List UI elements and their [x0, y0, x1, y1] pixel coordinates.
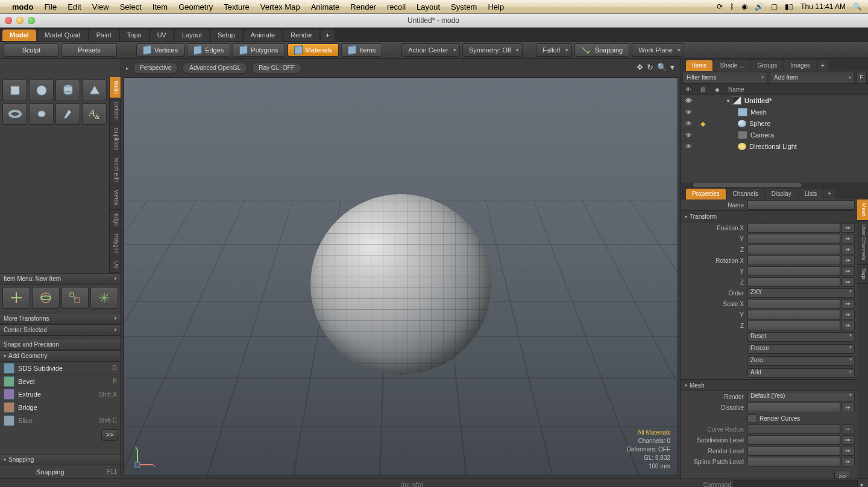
- snapping-button[interactable]: Snapping: [574, 43, 630, 57]
- scale-y-field[interactable]: [747, 310, 840, 319]
- edges-button[interactable]: Edges: [187, 43, 230, 57]
- render-level-field[interactable]: [747, 446, 840, 456]
- name-field[interactable]: [747, 200, 855, 210]
- vp-tab-raygl[interactable]: Ray GL: OFF: [252, 63, 301, 74]
- vtab-vertex[interactable]: Vertex: [110, 186, 121, 210]
- order-dropdown[interactable]: ZXY: [747, 288, 855, 298]
- eye-icon[interactable]: 👁: [681, 97, 696, 104]
- menu-layout[interactable]: Layout: [417, 2, 440, 11]
- vtab-mesh[interactable]: Mesh: [857, 200, 868, 221]
- bluetooth-icon[interactable]: ᛒ: [730, 2, 734, 11]
- tab-render[interactable]: Render: [283, 30, 319, 41]
- tool-slice[interactable]: SliceShift-C: [0, 414, 121, 427]
- vtab-duplicate[interactable]: Duplicate: [110, 124, 121, 155]
- vertices-button[interactable]: Vertices: [136, 43, 184, 57]
- eye-icon[interactable]: 👁: [681, 131, 696, 139]
- scale-x-field[interactable]: [747, 299, 840, 309]
- find-button[interactable]: F: [856, 72, 867, 84]
- item-light[interactable]: 👁 Directional Light: [681, 141, 868, 152]
- mesh-header[interactable]: ▾Mesh: [681, 379, 857, 391]
- more-transforms-dropdown[interactable]: More Transforms: [0, 313, 121, 324]
- ptab-display[interactable]: Display: [766, 189, 797, 200]
- action-center-dropdown[interactable]: Action Center: [401, 43, 460, 57]
- tool-bridge[interactable]: Bridge: [0, 401, 121, 415]
- spline-patch-spinner[interactable]: [841, 457, 855, 467]
- position-z-field[interactable]: [747, 245, 840, 254]
- render-curves-checkbox[interactable]: [747, 414, 757, 423]
- more-tools-button[interactable]: >>: [101, 429, 118, 441]
- zoom-window-button[interactable]: [28, 17, 35, 24]
- vtab-uv[interactable]: UV: [110, 257, 121, 273]
- vp-tab-opengl[interactable]: Advanced OpenGL: [183, 63, 247, 74]
- add-geometry-header[interactable]: ▾Add Geometry: [0, 350, 121, 362]
- transform-header[interactable]: ▾Transform: [681, 210, 857, 222]
- rotation-y-spinner[interactable]: [841, 266, 855, 276]
- snapping-section-header[interactable]: ▾Snapping: [0, 454, 121, 465]
- rotation-z-spinner[interactable]: [841, 277, 855, 287]
- menu-recoil[interactable]: recoil: [387, 2, 406, 11]
- col-name-header[interactable]: Name: [725, 86, 868, 93]
- vtab-tags[interactable]: Tags: [857, 265, 868, 284]
- active-icon[interactable]: ◆: [696, 120, 710, 128]
- add-transform-dropdown[interactable]: Add: [747, 368, 855, 378]
- add-item-dropdown[interactable]: Add Item: [770, 72, 855, 84]
- position-x-spinner[interactable]: [841, 223, 855, 233]
- eye-icon[interactable]: 👁: [681, 108, 696, 116]
- curve-radius-field[interactable]: [747, 424, 840, 434]
- polygons-button[interactable]: Polygons: [233, 43, 285, 57]
- zero-dropdown[interactable]: Zero: [747, 356, 855, 366]
- vtab-polygon[interactable]: Polygon: [110, 230, 121, 258]
- position-x-field[interactable]: [747, 223, 840, 233]
- col-pin-icon[interactable]: ⊞: [696, 86, 710, 93]
- ptab-add[interactable]: +: [817, 60, 828, 71]
- wifi-icon[interactable]: ◉: [741, 2, 747, 11]
- menu-vertexmap[interactable]: Vertex Map: [260, 2, 300, 11]
- subdiv-spinner[interactable]: [841, 435, 855, 445]
- transform-rotate-button[interactable]: [32, 287, 60, 309]
- spotlight-icon[interactable]: 🔍: [853, 2, 862, 11]
- rotation-y-field[interactable]: [747, 266, 840, 276]
- eye-icon[interactable]: 👁: [681, 143, 696, 150]
- reset-dropdown[interactable]: Reset: [747, 332, 855, 342]
- menu-texture[interactable]: Texture: [224, 2, 250, 11]
- vtab-edge[interactable]: Edge: [110, 210, 121, 230]
- ptab-properties[interactable]: Properties: [686, 189, 726, 200]
- eye-icon[interactable]: 👁: [681, 120, 696, 127]
- rotation-x-field[interactable]: [747, 256, 840, 265]
- curve-radius-spinner[interactable]: [841, 424, 855, 434]
- items-button[interactable]: Items: [341, 43, 382, 57]
- menu-render[interactable]: Render: [350, 2, 376, 11]
- item-sphere[interactable]: 👁◆ Sphere: [681, 118, 868, 130]
- menu-geometry[interactable]: Geometry: [178, 2, 213, 11]
- sculpt-button[interactable]: Sculpt: [4, 43, 59, 57]
- ptab-groups[interactable]: Groups: [751, 60, 783, 71]
- menu-item[interactable]: Item: [153, 2, 168, 11]
- vp-orbit-icon[interactable]: ✥: [637, 63, 643, 72]
- tab-paint[interactable]: Paint: [89, 30, 119, 41]
- menu-select[interactable]: Select: [120, 2, 142, 11]
- ptab-shade[interactable]: Shade ...: [714, 60, 750, 71]
- tool-sds-subdivide[interactable]: SDS SubdivideD: [0, 362, 121, 375]
- display-icon[interactable]: ▢: [771, 2, 778, 11]
- tab-layout[interactable]: Layout: [175, 30, 209, 41]
- ptab-prop-add[interactable]: +: [824, 189, 835, 200]
- prim-text-button[interactable]: A&: [82, 103, 107, 125]
- vtab-deform[interactable]: Deform: [110, 98, 121, 124]
- transform-scale-button[interactable]: [61, 287, 89, 309]
- item-camera[interactable]: 👁 Camera: [681, 130, 868, 141]
- clock[interactable]: Thu 11:41 AM: [800, 2, 846, 11]
- sphere-mesh[interactable]: [310, 194, 491, 375]
- vp-tab-perspective[interactable]: Perspective: [133, 63, 178, 74]
- axis-gizmo[interactable]: y x: [131, 444, 157, 470]
- menu-app[interactable]: modo: [12, 2, 33, 11]
- menu-edit[interactable]: Edit: [68, 2, 81, 11]
- snaps-precision-header[interactable]: Snaps and Precision: [0, 339, 121, 350]
- vtab-meshedit[interactable]: Mesh Edit: [110, 154, 121, 186]
- presets-button[interactable]: Presets: [61, 43, 117, 57]
- prim-pen-button[interactable]: [55, 103, 80, 125]
- spline-patch-field[interactable]: [747, 457, 840, 467]
- position-y-field[interactable]: [747, 234, 840, 244]
- items-scrollbar[interactable]: [681, 183, 868, 187]
- ptab-items[interactable]: Items: [686, 60, 712, 71]
- minimize-window-button[interactable]: [16, 17, 24, 24]
